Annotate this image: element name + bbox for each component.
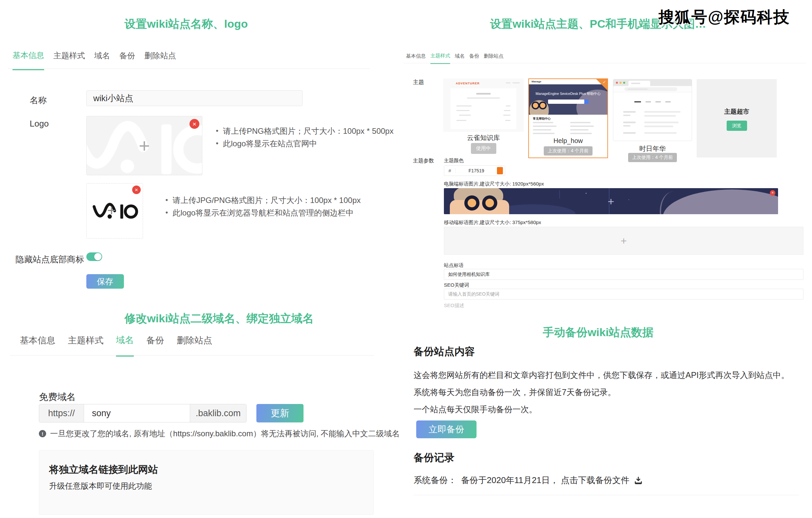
- logo-upload-square[interactable]: + ✕: [86, 183, 143, 238]
- skeleton-bar: [634, 101, 641, 103]
- hide-footer-brand-toggle[interactable]: [86, 252, 102, 261]
- tab-basic-info[interactable]: 基本信息: [20, 335, 55, 356]
- hash-prefix: #: [444, 168, 456, 173]
- divider: [10, 355, 374, 355]
- tab-theme-style[interactable]: 主题样式: [53, 50, 85, 69]
- custom-domain-box: 将独立域名链接到此网站 升级任意版本即可使用此功能: [39, 450, 374, 515]
- site-name-input[interactable]: wiki小站点: [86, 90, 302, 106]
- skeleton-bar: [665, 101, 671, 103]
- tab-delete-site[interactable]: 删除站点: [177, 335, 212, 356]
- pc-banner-upload[interactable]: + ✕: [444, 188, 778, 214]
- tab-basic-info[interactable]: 基本信息: [12, 50, 44, 70]
- skeleton-bar: [476, 93, 491, 94]
- plus-icon: +: [444, 227, 803, 254]
- mobile-banner-upload[interactable]: +: [444, 227, 804, 255]
- illustration-binocular-lens: [531, 102, 540, 109]
- tab-delete-site[interactable]: 删除站点: [144, 50, 176, 69]
- theme-card-preview[interactable]: ADVENTURER: [443, 79, 524, 132]
- settings-collage-page: 设置wiki站点名称、logo 基本信息 主题样式 域名 备份 删除站点 名称 …: [0, 0, 812, 518]
- skeleton-bar: [503, 115, 511, 116]
- domain-input-group: https:// sony .baklib.com: [39, 404, 246, 423]
- tab-domain[interactable]: 域名: [116, 334, 134, 356]
- backup-now-button[interactable]: 立即备份: [416, 421, 476, 438]
- theme-card-status: 上次使用：4 个月前: [529, 146, 607, 155]
- theme-card-name: Help_how: [529, 137, 607, 145]
- skeleton-bar: [644, 132, 676, 134]
- backup-record-prefix: 系统备份：: [413, 474, 457, 486]
- save-button[interactable]: 保存: [86, 274, 124, 289]
- hide-footer-brand-label: 隐藏站点底部商标: [16, 254, 84, 265]
- logo-hint-text: 此logo将显示在站点官网中: [223, 138, 317, 149]
- skeleton-bar: [533, 122, 553, 123]
- site-slogan-label: 站点标语: [444, 262, 464, 268]
- check-icon: ✓: [603, 80, 606, 84]
- domain-tabs: 基本信息 主题样式 域名 备份 删除站点: [20, 334, 212, 356]
- theme-card-status: 上次使用：4 个月前: [613, 153, 692, 162]
- illustration-binocular-lens: [539, 102, 547, 109]
- theme-preview-topbar: Manage: [529, 79, 607, 84]
- tab-theme-style[interactable]: 主题样式: [430, 53, 450, 64]
- skeleton-bar: [631, 83, 640, 84]
- pc-banner-label: 电脑端标语图片,建议尺寸大小: 1920px*560px: [444, 181, 544, 187]
- backup-desc-line: 这会将您网站所有的栏目和文章内容打包到文件中，供您下载保存，或通过API形式再次…: [413, 367, 789, 383]
- theme-card-preview[interactable]: [613, 79, 692, 141]
- in-use-badge[interactable]: 使用中: [471, 143, 496, 154]
- remove-banner-icon[interactable]: ✕: [770, 190, 776, 196]
- seo-keywords-input[interactable]: 请输入首页的SEO关键词: [444, 289, 804, 299]
- skeleton-bar: [513, 82, 520, 83]
- tab-backup[interactable]: 备份: [469, 53, 479, 64]
- seo-desc-label: SEO描述: [444, 303, 464, 309]
- browser-dot-red: [616, 82, 618, 84]
- domain-section-title: 修改wiki站点二级域名、绑定独立域名: [66, 311, 372, 326]
- divider: [404, 63, 806, 63]
- mini-browser-urlrow: [613, 86, 692, 92]
- update-domain-button[interactable]: 更新: [256, 404, 303, 423]
- skeleton-bar: [506, 82, 511, 83]
- skeleton-bar: [644, 111, 680, 113]
- subdomain-input[interactable]: sony: [84, 404, 190, 422]
- tab-basic-info[interactable]: 基本信息: [406, 53, 426, 64]
- tab-delete-site[interactable]: 删除站点: [484, 53, 503, 64]
- logo-hint: 此logo将显示在浏览器导航栏和站点管理的侧边栏中: [166, 208, 354, 218]
- theme-color-input[interactable]: # F17519: [444, 166, 505, 176]
- skeleton-bar: [644, 122, 678, 123]
- tab-backup[interactable]: 备份: [119, 50, 135, 69]
- download-icon[interactable]: [634, 476, 643, 485]
- skeleton-bar: [623, 111, 636, 113]
- toggle-knob: [94, 253, 102, 260]
- tab-domain[interactable]: 域名: [94, 50, 110, 69]
- skeleton-bar: [533, 129, 551, 131]
- plus-icon: +: [87, 116, 202, 175]
- skeleton-bar: [623, 125, 631, 126]
- browse-themes-button[interactable]: 浏览: [727, 121, 747, 131]
- logo-upload-wide[interactable]: + ✕: [86, 116, 202, 175]
- skeleton-bar: [533, 133, 555, 134]
- logo-hint-text: 此logo将显示在浏览器导航栏和站点管理的侧边栏中: [173, 208, 354, 218]
- color-swatch[interactable]: [497, 167, 503, 174]
- theme-params-label: 主题参数: [413, 157, 434, 165]
- tab-domain[interactable]: 域名: [455, 53, 465, 64]
- logo-hint-text: 请上传PNG格式图片；尺寸大小：100px * 500px: [223, 126, 394, 137]
- backup-records-heading: 备份记录: [413, 451, 455, 465]
- skeleton-bar: [457, 110, 470, 111]
- cursor-plus-icon: +: [107, 203, 116, 218]
- tab-theme-style[interactable]: 主题样式: [68, 335, 104, 356]
- remove-logo-icon[interactable]: ✕: [132, 185, 141, 194]
- skeleton-bar: [506, 106, 511, 107]
- skeleton-bar: [644, 125, 673, 127]
- divider: [8, 68, 370, 69]
- theme-card-selected[interactable]: Manage ManageEngine SeviceDesk Plus 帮助中心…: [528, 79, 608, 158]
- remove-logo-icon[interactable]: ✕: [190, 119, 199, 129]
- backup-content-heading: 备份站点内容: [413, 345, 475, 358]
- theme-color-label: 主题颜色: [444, 157, 464, 164]
- logo-label: Logo: [30, 119, 49, 129]
- site-slogan-input[interactable]: 如何使用相机知识库: [444, 269, 804, 280]
- basic-tabs: 基本信息 主题样式 域名 备份 删除站点: [12, 50, 176, 69]
- tab-backup[interactable]: 备份: [146, 335, 164, 356]
- skeleton-bar: [570, 129, 588, 131]
- mini-nav-row: [613, 101, 692, 103]
- divider: [413, 495, 799, 495]
- theme-card-name: 时日年华: [613, 144, 692, 153]
- backup-description: 这会将您网站所有的栏目和文章内容打包到文件中，供您下载保存，或通过API形式再次…: [413, 367, 789, 418]
- color-value[interactable]: F17519: [456, 168, 497, 173]
